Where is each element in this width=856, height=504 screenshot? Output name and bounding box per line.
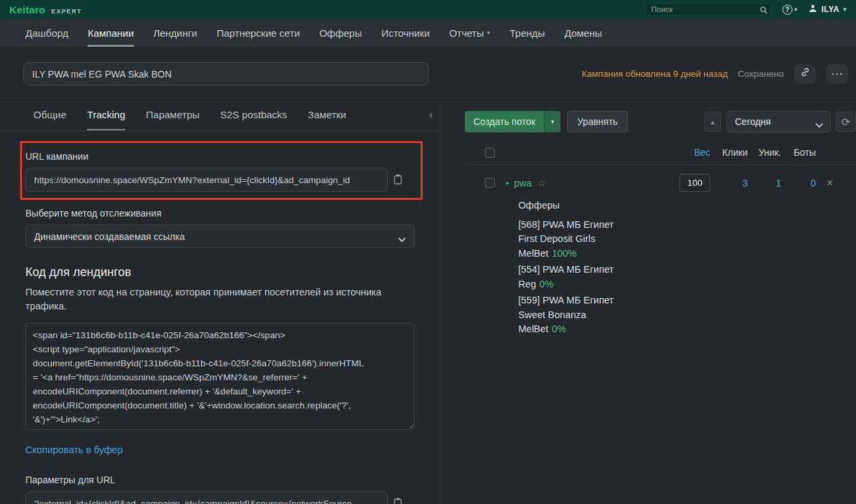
campaign-updated-text: Кампания обновлена 9 дней назад — [582, 69, 728, 79]
campaign-settings-panel: Общие Tracking Параметры S2S postbacks З… — [0, 100, 440, 504]
tab-parameters[interactable]: Параметры — [146, 100, 199, 130]
campaign-name-input[interactable] — [23, 62, 429, 86]
offers-label: Офферы — [518, 199, 637, 213]
campaign-url-group — [25, 168, 408, 192]
keitaro-logo[interactable]: Keitaro — [9, 4, 45, 15]
nav-item-dashboard[interactable]: Дашборд — [25, 19, 68, 47]
offer-line: Reg0% — [518, 277, 637, 292]
help-menu[interactable]: ? ▾ — [782, 5, 798, 15]
clipboard-icon — [393, 497, 403, 504]
landing-code-textarea[interactable]: <span id="131b6c6b-b11b-c41e-025f-26a70a… — [25, 323, 415, 430]
stream-weight-input[interactable] — [679, 174, 710, 192]
tab-tracking[interactable]: Tracking — [87, 100, 125, 130]
equalize-button[interactable]: Уравнять — [567, 111, 627, 132]
settings-tabs: Общие Tracking Параметры S2S postbacks З… — [0, 100, 439, 131]
streams-toolbar: Создать поток ▾ Уравнять ▴ Сегодня ⟳ — [465, 111, 856, 132]
collapse-panel-icon[interactable]: ‹ — [429, 109, 433, 121]
collapse-streams-button[interactable]: ▴ — [704, 112, 721, 132]
offer-item[interactable]: [554] PWA МБ Египет Reg0% — [518, 263, 637, 291]
copy-to-clipboard-link[interactable]: Скопировать в буфер — [25, 445, 123, 455]
campaign-more-button[interactable]: ⋯ — [826, 64, 848, 84]
offer-line: [559] PWA МБ Египет — [518, 293, 637, 308]
campaign-header: Кампания обновлена 9 дней назад Сохранен… — [0, 47, 856, 100]
user-menu[interactable]: ILYA ▾ — [809, 4, 847, 15]
column-clicks[interactable]: Клики — [710, 147, 748, 158]
stream-name-cell: ● pwa ☆ — [506, 178, 546, 188]
refresh-icon: ⟳ — [841, 116, 850, 128]
nav-item-campaigns[interactable]: Кампании — [88, 19, 134, 47]
tracking-method-value: Динамически создаваемая ссылка — [34, 231, 185, 242]
search-icon[interactable] — [760, 5, 768, 17]
copy-params-button[interactable] — [388, 491, 408, 504]
search-input[interactable] — [645, 3, 771, 16]
stream-checkbox[interactable] — [485, 178, 495, 188]
chevron-up-icon: ▴ — [711, 118, 714, 126]
url-params-input[interactable] — [25, 491, 388, 504]
url-params-label: Параметры для URL — [25, 475, 416, 485]
chevron-down-icon: ▾ — [551, 118, 554, 125]
url-params-group — [25, 491, 408, 504]
offer-line: MelBet100% — [518, 247, 637, 261]
tab-s2s-postbacks[interactable]: S2S postbacks — [220, 100, 287, 130]
campaign-url-label: URL кампании — [25, 151, 416, 162]
chevron-down-icon — [398, 234, 406, 245]
period-select[interactable]: Сегодня — [726, 111, 831, 132]
stream-clicks-value[interactable]: 3 — [710, 178, 748, 188]
create-stream-button[interactable]: Создать поток — [465, 111, 544, 132]
nav-item-affiliate-networks[interactable]: Партнерские сети — [217, 19, 300, 47]
ellipsis-icon: ⋯ — [831, 68, 843, 80]
top-bar: Keitaro EXPERT ? ▾ ILYA ▾ — [0, 0, 856, 19]
offer-name-tail: Reg — [518, 279, 536, 289]
nav-item-trends[interactable]: Тренды — [510, 19, 545, 47]
brand[interactable]: Keitaro EXPERT — [9, 4, 82, 15]
offer-name-tail: MelBet — [518, 324, 548, 334]
nav-item-domains[interactable]: Домены — [564, 19, 602, 47]
landing-code-title: Код для лендингов — [25, 265, 416, 279]
topbar-right: ? ▾ ILYA ▾ — [645, 3, 847, 16]
select-all-checkbox[interactable] — [485, 148, 495, 158]
user-name: ILYA — [821, 5, 839, 14]
chevron-down-icon: ▾ — [843, 6, 847, 13]
clipboard-icon — [393, 174, 403, 186]
offer-share: 100% — [552, 248, 576, 259]
star-icon[interactable]: ☆ — [538, 178, 546, 188]
offer-item[interactable]: [568] PWA МБ Египет First Deposit Girls … — [518, 218, 637, 261]
offer-line: First Deposit Girls — [518, 232, 637, 247]
chevron-down-icon: ▾ — [794, 6, 798, 13]
campaign-url-input[interactable] — [25, 168, 388, 192]
offer-share: 0% — [552, 324, 566, 334]
landing-code-description: Поместите этот код на страницу, которая … — [25, 285, 419, 313]
tab-general[interactable]: Общие — [33, 100, 66, 130]
tab-notes[interactable]: Заметки — [308, 100, 346, 130]
stream-row: ● pwa ☆ 3 1 0 × — [465, 174, 856, 192]
offer-line: MelBet0% — [518, 322, 637, 337]
close-icon[interactable]: × — [816, 177, 844, 189]
chevron-down-icon — [815, 120, 823, 130]
save-status-text: Сохранено — [738, 69, 784, 79]
create-stream-caret-button[interactable]: ▾ — [544, 111, 560, 132]
edition-badge: EXPERT — [51, 8, 82, 15]
nav-item-sources[interactable]: Источники — [381, 19, 429, 47]
column-weight[interactable]: Вес — [654, 147, 710, 158]
period-value: Сегодня — [735, 116, 771, 127]
tracking-method-select[interactable]: Динамически создаваемая ссылка — [25, 225, 415, 248]
offer-line: [554] PWA МБ Египет — [518, 263, 637, 277]
refresh-button[interactable]: ⟳ — [836, 112, 856, 132]
tracking-method-label: Выберите метод отслеживания — [25, 208, 416, 219]
offer-item[interactable]: [559] PWA МБ Египет Sweet Bonanza MelBet… — [518, 293, 637, 337]
copy-url-button[interactable] — [388, 168, 408, 192]
streams-panel: Создать поток ▾ Уравнять ▴ Сегодня ⟳ — [441, 100, 856, 504]
column-unique[interactable]: Уник. — [748, 147, 781, 158]
campaign-header-right: Кампания обновлена 9 дней назад Сохранен… — [582, 61, 848, 86]
stream-unique-value[interactable]: 1 — [748, 178, 781, 188]
nav-item-reports[interactable]: Отчеты ▾ — [449, 19, 490, 47]
column-bots[interactable]: Боты — [781, 147, 816, 158]
campaign-link-button[interactable] — [794, 64, 816, 84]
streams-toolbar-right: ▴ Сегодня ⟳ — [704, 111, 856, 132]
stream-bots-value[interactable]: 0 — [781, 178, 816, 188]
offer-name-tail: MelBet — [518, 248, 548, 259]
user-icon — [809, 4, 817, 15]
stream-name[interactable]: pwa — [514, 178, 532, 188]
nav-item-offers[interactable]: Офферы — [319, 19, 362, 47]
nav-item-landings[interactable]: Лендинги — [153, 19, 197, 47]
